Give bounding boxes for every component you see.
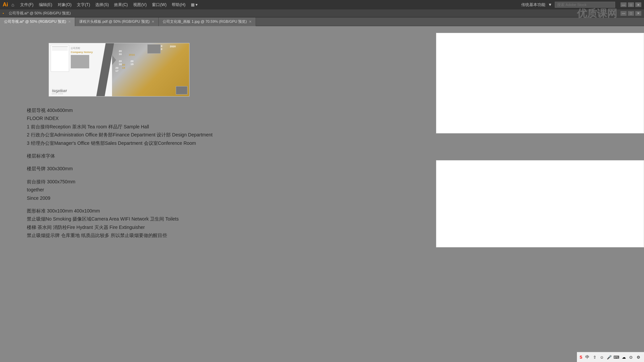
reception-since: Since 2009 xyxy=(27,194,213,202)
reception-together: together xyxy=(27,186,213,193)
doc-maximize-button[interactable]: □ xyxy=(628,11,634,16)
workspace-dropdown[interactable]: ▼ xyxy=(548,2,552,7)
floor-index-line3: 3 经理办公室Manager's Office 销售部Sales Departm… xyxy=(27,139,213,147)
taskbar-icon-3[interactable]: ☺ xyxy=(599,354,605,360)
banner-right: 2020 2020 2016 2016 2018 2019 2017 2015 xyxy=(112,43,189,96)
banner-together-text: together xyxy=(52,88,66,92)
banner-year-2015: 2015 xyxy=(122,63,125,69)
banner-doc-preview xyxy=(51,45,69,72)
menu-file[interactable]: 文件(F) xyxy=(17,1,36,8)
top-bar-right: 传统基本功能 ▼ — □ ✕ xyxy=(521,2,641,8)
section-floor-sign: 楼层号牌 300x300mm xyxy=(27,165,213,172)
taskbar-icon-7[interactable]: ⊙ xyxy=(628,354,634,360)
right-panel-2 xyxy=(436,160,644,247)
section-reception: 前台接待 3000x750mm together Since 2009 xyxy=(27,178,213,202)
close-button[interactable]: ✕ xyxy=(635,2,641,7)
banner-en-label: Company history xyxy=(71,51,93,54)
section-floor-index: 楼层导视 400x600mm FLOOR INDEX 1 前台接待Recepti… xyxy=(27,107,213,147)
floor-sign-label: 楼层号牌 300x300mm xyxy=(27,165,213,172)
banner-container: 公司历程 Company history together since 2008… xyxy=(49,43,189,96)
banner-year-2017: 2017 xyxy=(115,67,118,73)
tab-1-label: 课程片头模板.pdf @ 50% (RGB/GPU 预览) xyxy=(79,19,150,24)
menu-bar: Ai ⌂ 文件(F) 编辑(E) 对象(O) 文字(T) 选择(S) 效果(C)… xyxy=(0,0,644,9)
taskbar-icon-4[interactable]: 🎤 xyxy=(606,354,612,360)
sogou-icon: S xyxy=(580,355,582,360)
menu-text[interactable]: 文字(T) xyxy=(74,1,93,8)
taskbar: S 中 ⇧ ☺ 🎤 ⌨ ☁ ⊙ ⚙ xyxy=(577,352,644,362)
banner-photo-placeholder xyxy=(71,55,89,68)
doc-ai-icon: ▪ xyxy=(3,11,4,15)
tab-2[interactable]: 公司文化墙_画板 1.jpg @ 70.59% (RGB/GPU 预览) ✕ xyxy=(159,17,256,26)
tab-2-close[interactable]: ✕ xyxy=(249,20,252,23)
taskbar-icon-5[interactable]: ⌨ xyxy=(613,354,620,360)
graphics-sizes: 图形标准 300x100mm 400x100mm xyxy=(27,207,213,215)
graphics-signs-2: 楼梯 茶水间 消防栓Fire Hydrant 灭火器 Fire Extingui… xyxy=(27,224,213,231)
doc-close-button[interactable]: ✕ xyxy=(635,11,641,16)
graphics-note: 禁止吸烟提示牌 仓库重地 纸质品比较多 所以禁止吸烟要做的醒目些 xyxy=(27,232,213,239)
workspace-label[interactable]: 传统基本功能 xyxy=(521,2,545,8)
doc-window-controls: — □ ✕ xyxy=(621,11,641,16)
right-panel-1 xyxy=(436,33,644,133)
adobe-stock-search[interactable] xyxy=(555,2,615,8)
maximize-button[interactable]: □ xyxy=(628,2,634,7)
banner-year-top: 2020 xyxy=(170,45,176,48)
doc-minimize-button[interactable]: — xyxy=(621,11,627,16)
tab-0[interactable]: 公司导视.ai* @ 50% (RGB/GPU 预览) ✕ xyxy=(0,17,75,26)
floor-index-line2: 2 行政办公室Administration Office 财务部Finance … xyxy=(27,131,213,138)
menu-select[interactable]: 选择(S) xyxy=(93,1,111,8)
menu-help[interactable]: 帮助(H) xyxy=(169,1,188,8)
window-controls: — □ ✕ xyxy=(621,2,641,7)
banner-cn-label: 公司历程 xyxy=(71,47,93,50)
graphics-signs-1: 禁止吸烟No Smoking 摄像区域Camera Area WIFI Netw… xyxy=(27,215,213,223)
menu-layout[interactable]: ▦ ▾ xyxy=(188,2,200,8)
menu-window[interactable]: 窗口(W) xyxy=(149,1,169,8)
taskbar-icon-2[interactable]: ⇧ xyxy=(592,354,598,360)
banner-year-2016: 2016 xyxy=(119,50,122,56)
doc-title-label: 公司导视.ai* @ 50% (RGB/GPU 预览) xyxy=(5,10,74,16)
tab-0-label: 公司导视.ai* @ 50% (RGB/GPU 预览) xyxy=(4,19,66,24)
doc-title-bar: ▪ 公司导视.ai* @ 50% (RGB/GPU 预览) — □ ✕ xyxy=(0,9,644,17)
text-content-area: 楼层导视 400x600mm FLOOR INDEX 1 前台接待Recepti… xyxy=(27,107,213,244)
font-label: 楼层标准字体 xyxy=(27,152,213,160)
menu-effects[interactable]: 效果(C) xyxy=(111,1,130,8)
banner-thumb-1 xyxy=(147,44,161,54)
section-graphics: 图形标准 300x100mm 400x100mm 禁止吸烟No Smoking … xyxy=(27,207,213,239)
tab-1-close[interactable]: ✕ xyxy=(152,20,154,23)
tab-2-label: 公司文化墙_画板 1.jpg @ 70.59% (RGB/GPU 预览) xyxy=(163,19,247,24)
menu-edit[interactable]: 编辑(E) xyxy=(36,1,55,8)
floor-index-title: 楼层导视 400x600mm xyxy=(27,107,213,114)
floor-index-en: FLOOR INDEX xyxy=(27,115,213,122)
canvas-area: 优质课网 公司历程 Company history xyxy=(0,26,644,362)
tabs-bar: 公司导视.ai* @ 50% (RGB/GPU 预览) ✕ 课程片头模板.pdf… xyxy=(0,17,644,26)
reception-size: 前台接待 3000x750mm xyxy=(27,178,213,185)
banner-thumb-2 xyxy=(176,86,187,95)
banner-year-2016-2: 2016 xyxy=(129,53,135,56)
minimize-button[interactable]: — xyxy=(621,2,627,7)
banner-arrow xyxy=(112,55,116,65)
taskbar-icon-6[interactable]: ☁ xyxy=(621,354,627,360)
tab-1[interactable]: 课程片头模板.pdf @ 50% (RGB/GPU 预览) ✕ xyxy=(75,17,159,26)
banner-history-block: 公司历程 Company history xyxy=(71,47,93,54)
menu-view[interactable]: 视图(V) xyxy=(130,1,149,8)
ai-logo: Ai xyxy=(3,2,8,8)
floor-index-line1: 1 前台接待Reception 茶水间 Tea room 样品厅 Sample … xyxy=(27,123,213,130)
section-font: 楼层标准字体 xyxy=(27,152,213,160)
banner-year-2019: 2019 xyxy=(130,60,133,66)
menu-object[interactable]: 对象(O) xyxy=(55,1,74,8)
taskbar-icon-1[interactable]: 中 xyxy=(584,354,590,360)
banner-since-text: since 2008 xyxy=(52,93,63,95)
document-preview: 公司历程 Company history together since 2008… xyxy=(49,43,190,97)
taskbar-icon-8[interactable]: ⚙ xyxy=(635,354,641,360)
home-icon[interactable]: ⌂ xyxy=(11,2,14,7)
banner-year-2018: 2018 xyxy=(119,60,122,66)
tab-0-close[interactable]: ✕ xyxy=(68,20,71,23)
